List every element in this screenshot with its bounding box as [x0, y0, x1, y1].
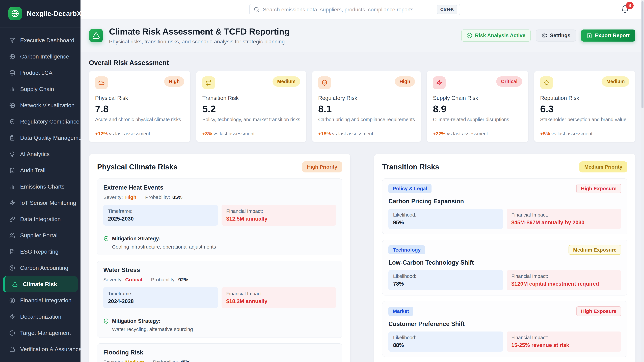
sidebar-item-supply-chain[interactable]: Supply Chain: [0, 81, 80, 97]
sidebar-item-audit-trail[interactable]: Audit Trail: [0, 162, 80, 178]
probability-value: 45%: [180, 359, 190, 362]
sidebar-item-label: Data Integration: [20, 216, 61, 222]
file-chart-icon: [10, 249, 15, 255]
category-tag: Policy & Legal: [388, 184, 432, 193]
risk-name: Water Stress: [103, 267, 336, 274]
brand-name: Nexgile-DecarbX: [27, 10, 81, 17]
header-actions: Risk Analysis Active Settings Export Rep…: [461, 29, 635, 41]
sidebar-item-iot-sensor-monitoring[interactable]: IoT Sensor Monitoring: [0, 195, 80, 211]
sidebar-item-data-quality-management[interactable]: Data Quality Management: [0, 130, 80, 146]
clipboard-check-icon: [10, 135, 15, 141]
notifications-button[interactable]: 3: [621, 5, 629, 14]
sidebar-item-climate-risk[interactable]: Climate Risk: [3, 276, 78, 292]
timeframe-box: Timeframe: 2024-2028: [103, 287, 218, 308]
likelihood-label: Likelihood:: [393, 335, 498, 340]
settings-label: Settings: [550, 32, 570, 38]
sidebar-item-verification-assurance[interactable]: Verification & Assurance: [0, 341, 80, 357]
page-title: Climate Risk Assessment & TCFD Reporting: [109, 26, 455, 36]
sidebar-item-carbon-accounting[interactable]: Carbon Accounting: [0, 260, 80, 276]
transition-risks-panel: Transition Risks Medium Priority Policy …: [374, 154, 636, 362]
overview-cards-row: High Physical Risk 7.8 Acute and chronic…: [89, 71, 636, 142]
physical-risk-item-water-stress: Water Stress Severity:Critical Probabili…: [97, 261, 342, 338]
exposure-badge: High Exposure: [576, 184, 621, 193]
sidebar-item-label: Financial Integration: [20, 297, 72, 304]
sidebar-item-network-visualization[interactable]: Network Visualization: [0, 97, 80, 113]
sidebar-item-label: Supply Chain: [20, 86, 54, 92]
timeframe-value: 2025-2030: [108, 216, 213, 222]
sidebar-item-data-integration[interactable]: Data Integration: [0, 211, 80, 227]
timeframe-label: Timeframe:: [108, 291, 213, 297]
sidebar-item-ai-analytics[interactable]: AI Analytics: [0, 146, 80, 162]
sidebar-item-supplier-portal[interactable]: Supplier Portal: [0, 227, 80, 244]
sidebar-item-carbon-intelligence[interactable]: Carbon Intelligence: [0, 48, 80, 65]
sidebar-item-product-lca[interactable]: Product LCA: [0, 65, 80, 81]
transfer-arrows-icon: [202, 76, 215, 89]
risk-card-title: Reputation Risk: [540, 95, 630, 101]
page-subtitle: Physical risks, transition risks, and sc…: [109, 38, 455, 45]
sidebar-item-regulatory-compliance[interactable]: Regulatory Compliance: [0, 113, 80, 130]
sidebar-item-executive-dashboard[interactable]: Executive Dashboard: [0, 32, 80, 48]
category-tag: Market: [388, 307, 414, 316]
settings-button[interactable]: Settings: [536, 29, 576, 41]
sidebar-item-label: Executive Dashboard: [20, 37, 74, 43]
likelihood-label: Likelihood:: [393, 212, 498, 218]
sidebar-item-emissions-charts[interactable]: Emissions Charts: [0, 178, 80, 195]
risk-level-badge: Critical: [496, 76, 522, 87]
severity-value: Medium: [125, 359, 144, 362]
risk-delta: +15%vs last assessment: [318, 131, 415, 137]
severity-value: Critical: [125, 277, 142, 283]
impact-value: $120M capital investment required: [511, 281, 616, 287]
risk-description: Acute and chronic physical climate risks: [95, 117, 184, 122]
database-icon: [10, 70, 15, 76]
impact-label: Financial Impact:: [511, 212, 616, 218]
brand-logo: [8, 7, 22, 20]
delta-value: +8%: [202, 131, 212, 136]
scrollbar-thumb[interactable]: [642, 1, 644, 108]
likelihood-box: Likelihood: 95%: [388, 209, 503, 229]
link-icon: [10, 216, 15, 222]
sidebar-item-target-management[interactable]: Target Management: [0, 325, 80, 341]
dollar-circle-icon: [10, 265, 15, 271]
financial-impact-box: Financial Impact: $45M-$67M annually by …: [507, 209, 621, 229]
risk-level-badge: Medium: [272, 76, 300, 87]
likelihood-value: 88%: [393, 342, 498, 348]
sidebar-item-decarbonization[interactable]: Decarbonization: [0, 309, 80, 325]
risk-description: Climate-related supplier disruptions: [433, 117, 522, 122]
risk-card-title: Regulatory Risk: [318, 95, 415, 101]
clipboard-list-icon: [10, 168, 15, 173]
mitigation-section: Mitigation Strategy: Cooling infrastruct…: [103, 236, 336, 250]
physical-risk-item-extreme-heat: Extreme Heat Events Severity:High Probab…: [97, 178, 342, 255]
search-box[interactable]: Ctrl+K: [250, 4, 460, 15]
delta-suffix: vs last assessment: [447, 131, 488, 136]
likelihood-label: Likelihood:: [393, 274, 498, 279]
sidebar-item-esg-reporting[interactable]: ESG Reporting: [0, 244, 80, 260]
page-header: Climate Risk Assessment & TCFD Reporting…: [80, 19, 644, 52]
sidebar-item-financial-integration[interactable]: Financial Integration: [0, 292, 80, 309]
delta-value: +5%: [540, 131, 550, 136]
notification-count-badge: 3: [626, 2, 634, 9]
main-area: Ctrl+K 3 Climate Risk Assessment & TCFD …: [80, 0, 644, 362]
mitigation-section: Mitigation Strategy: Water recycling, al…: [103, 318, 336, 332]
page-header-text: Climate Risk Assessment & TCFD Reporting…: [109, 26, 455, 45]
search-input[interactable]: [263, 6, 434, 13]
export-report-button[interactable]: Export Report: [581, 29, 635, 41]
delta-value: +22%: [433, 131, 446, 136]
sidebar-item-label: ESG Reporting: [20, 248, 58, 255]
likelihood-box: Likelihood: 78%: [388, 270, 503, 290]
scrollbar[interactable]: [641, 0, 644, 362]
check-circle-icon: [10, 330, 15, 336]
sidebar-item-label: Emissions Charts: [20, 183, 64, 190]
sidebar-item-label: Regulatory Compliance: [20, 118, 79, 125]
page-icon-tile: [89, 29, 103, 42]
alert-triangle-icon: [92, 32, 100, 39]
globe-icon: [11, 10, 19, 17]
export-label: Export Report: [595, 32, 630, 38]
risk-score: 6.3: [540, 103, 630, 114]
brand-header: Nexgile-DecarbX: [0, 0, 80, 27]
shield-icon: [318, 76, 331, 89]
impact-label: Financial Impact:: [226, 291, 332, 297]
priority-badge: High Priority: [302, 161, 342, 172]
risk-card-title: Supply Chain Risk: [433, 95, 522, 101]
sidebar-item-label: Carbon Accounting: [20, 265, 68, 271]
sidebar-item-label: Target Management: [20, 330, 71, 336]
